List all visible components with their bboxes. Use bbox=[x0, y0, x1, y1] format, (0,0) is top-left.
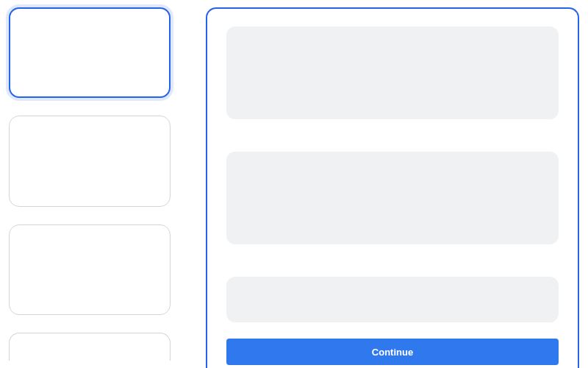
content-block-2 bbox=[226, 152, 559, 244]
sidebar bbox=[9, 7, 173, 361]
thumbnail-1[interactable] bbox=[9, 7, 171, 98]
thumbnail-3[interactable] bbox=[9, 224, 171, 315]
main-panel: Continue bbox=[206, 7, 579, 368]
app-container: Continue bbox=[0, 0, 588, 368]
thumbnail-4[interactable] bbox=[9, 333, 171, 361]
content-blocks bbox=[226, 26, 559, 364]
content-block-1 bbox=[226, 26, 559, 119]
content-block-3 bbox=[226, 277, 559, 322]
continue-button[interactable]: Continue bbox=[226, 339, 559, 365]
thumbnail-2[interactable] bbox=[9, 116, 171, 206]
